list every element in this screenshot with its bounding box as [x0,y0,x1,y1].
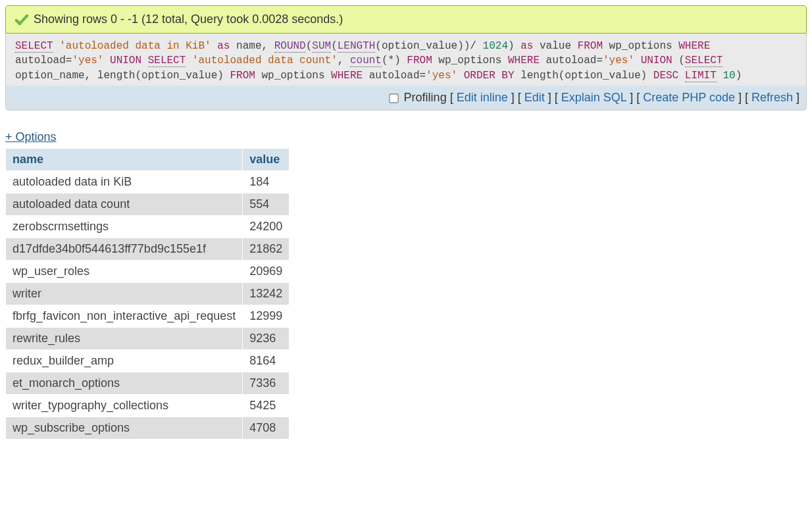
options-toggle[interactable]: + Options [5,130,57,144]
query-actions-bar: Profiling [ Edit inline ] [ Edit ] [ Exp… [5,86,807,111]
edit-inline-link[interactable]: Edit inline [457,91,508,104]
cell-value: 5425 [243,395,290,417]
cell-name: fbrfg_favicon_non_interactive_api_reques… [6,305,243,328]
cell-value: 20969 [243,261,290,283]
column-header-name[interactable]: name [6,149,243,171]
column-header-value[interactable]: value [243,149,290,171]
table-row: zerobscrmsettings24200 [6,216,290,238]
profiling-toggle[interactable]: Profiling [387,91,450,104]
cell-name: rewrite_rules [6,328,243,350]
cell-value: 21862 [243,238,290,261]
query-success-banner: Showing rows 0 - -1 (12 total, Query too… [5,5,807,34]
cell-value: 7336 [243,372,290,395]
query-status-text: Showing rows 0 - -1 (12 total, Query too… [34,13,343,26]
cell-value: 12999 [243,305,290,328]
table-row: fbrfg_favicon_non_interactive_api_reques… [6,305,290,328]
table-row: writer_typography_collections5425 [6,395,290,417]
checkmark-icon [15,13,28,26]
cell-value: 554 [243,193,290,216]
edit-link[interactable]: Edit [524,91,545,104]
table-row: writer13242 [6,283,290,305]
cell-name: writer [6,283,243,305]
cell-value: 13242 [243,283,290,305]
cell-name: d17dfde34b0f544613ff77bd9c155e1f [6,238,243,261]
cell-value: 8164 [243,350,290,372]
cell-name: wp_user_roles [6,261,243,283]
cell-name: wp_subscribe_options [6,417,243,440]
cell-value: 9236 [243,328,290,350]
table-row: redux_builder_amp8164 [6,350,290,372]
table-row: autoloaded data in KiB184 [6,171,290,193]
results-table: name value autoloaded data in KiB184auto… [5,148,290,440]
table-row: d17dfde34b0f544613ff77bd9c155e1f21862 [6,238,290,261]
refresh-link[interactable]: Refresh [751,91,793,104]
cell-value: 24200 [243,216,290,238]
cell-value: 4708 [243,417,290,440]
cell-name: autoloaded data in KiB [6,171,243,193]
cell-name: et_monarch_options [6,372,243,395]
cell-name: zerobscrmsettings [6,216,243,238]
create-php-link[interactable]: Create PHP code [643,91,735,104]
profiling-checkbox[interactable] [389,93,398,103]
cell-value: 184 [243,171,290,193]
table-row: wp_user_roles20969 [6,261,290,283]
sql-query-display: SELECT 'autoloaded data in KiB' as name,… [5,34,807,86]
table-row: et_monarch_options7336 [6,372,290,395]
explain-sql-link[interactable]: Explain SQL [561,91,626,104]
table-row: autoloaded data count554 [6,193,290,216]
cell-name: writer_typography_collections [6,395,243,417]
table-row: wp_subscribe_options4708 [6,417,290,440]
cell-name: autoloaded data count [6,193,243,216]
cell-name: redux_builder_amp [6,350,243,372]
table-row: rewrite_rules9236 [6,328,290,350]
